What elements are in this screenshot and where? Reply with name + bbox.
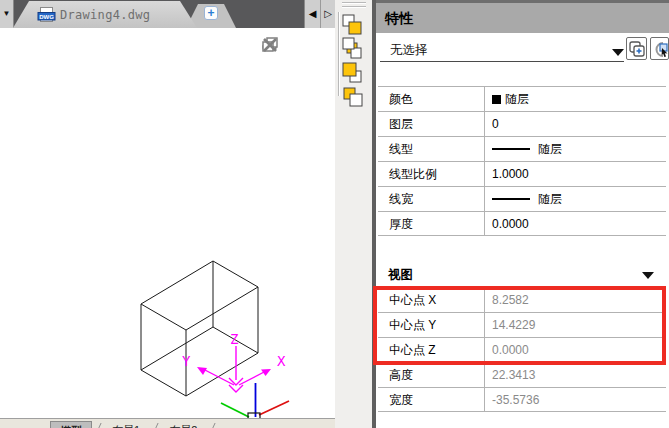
tab-scroll-right-icon[interactable]: ▷ [320,0,335,28]
property-row-width: 宽度 -35.5736 [378,387,666,412]
toolbar-grip[interactable] [342,2,366,4]
axis-label-y: Y [182,353,191,369]
property-label[interactable]: 高度 [378,363,485,387]
property-row-color: 颜色 随层 [378,86,666,111]
view-section-header[interactable]: 视图 [378,264,666,286]
drawing-window: ▼ DWG Drawing4.dwg + ◀ ▷ [0,0,335,428]
property-value[interactable]: 22.3413 [485,363,666,387]
properties-palette: 特性 无选择 颜色 随层 图层 0 [372,0,669,428]
layout-tab-bar: ◀ ◀ ▶ ▶ 模型 布局1 布局2 [0,418,335,428]
property-value-text: 1.0000 [492,162,529,186]
document-tab[interactable]: DWG Drawing4.dwg [13,1,197,28]
color-swatch-icon [492,95,501,104]
dropdown-arrow-icon[interactable] [612,49,624,56]
toolbar-grip-vertical[interactable] [338,12,340,96]
palette-edge[interactable] [372,0,376,428]
layout-tab-divider [151,423,159,428]
property-value-text: 随层 [538,187,562,211]
layout-tab-layout1[interactable]: 布局1 [103,421,149,428]
property-label[interactable]: 中心点 Y [378,313,485,337]
plus-icon: + [204,6,218,20]
property-value[interactable]: 0 [485,112,666,136]
property-label[interactable]: 宽度 [378,388,485,411]
view-section-title: 视图 [378,264,666,286]
property-label[interactable]: 线宽 [378,187,485,211]
file-tab-bar: ▼ DWG Drawing4.dwg + ◀ ▷ [0,0,335,28]
linetype-line-icon [492,148,530,150]
property-row-center-x: 中心点 X 8.2582 [378,287,666,312]
property-row-center-z: 中心点 Z 0.0000 [378,337,666,362]
view-properties-section: 中心点 X 8.2582 中心点 Y 14.4229 中心点 Z 0.0000 … [378,287,666,412]
property-label[interactable]: 厚度 [378,212,485,235]
property-label[interactable]: 线型 [378,137,485,161]
layout-nav-buttons: ◀ ◀ ▶ ▶ [2,422,50,428]
property-label[interactable]: 中心点 X [378,288,485,312]
property-value[interactable]: 随层 [485,87,666,111]
ucs-preview-axes [203,346,266,392]
layout-nav-prev-icon[interactable]: ◀ [14,422,26,428]
document-tab-label: Drawing4.dwg [60,8,150,22]
send-to-back-icon[interactable] [341,37,365,60]
bring-to-front-icon[interactable] [341,13,365,36]
property-value[interactable]: 随层 [485,187,666,211]
property-value-text: 0 [492,112,499,136]
property-value[interactable]: 1.0000 [485,162,666,186]
layout-nav-last-icon[interactable]: ▶ [38,422,50,428]
quick-select-button[interactable] [626,37,647,60]
tab-scroll-buttons: ◀ ▷ [304,0,335,28]
toolbar-grip[interactable] [342,6,366,8]
property-value[interactable]: 14.4229 [485,313,666,337]
tab-list-dropdown-icon[interactable]: ▼ [0,0,14,28]
wireframe-drawing: Z Y X [0,28,335,418]
wireframe-box [141,261,258,396]
property-row-linetype: 线型 随层 [378,136,666,161]
property-label[interactable]: 线型比例 [378,162,485,186]
axis-label-z: Z [230,331,238,347]
collapse-section-icon[interactable] [642,272,654,279]
general-properties-section: 颜色 随层 图层 0 线型 随层 线型比例 1.0000 线 [378,86,666,236]
layout-tab-layout2[interactable]: 布局2 [160,421,206,428]
property-row-lineweight: 线宽 随层 [378,186,666,211]
quick-select-icon [628,39,647,60]
property-label[interactable]: 图层 [378,112,485,136]
model-space-canvas[interactable]: Z Y X [0,28,335,418]
bring-above-objects-icon[interactable] [341,61,365,84]
property-row-height: 高度 22.3413 [378,362,666,387]
property-value[interactable]: 随层 [485,137,666,161]
property-label[interactable]: 颜色 [378,87,485,111]
dwg-icon-label: DWG [39,13,54,19]
tab-scroll-left-icon[interactable]: ◀ [305,0,320,28]
property-row-linetype-scale: 线型比例 1.0000 [378,161,666,186]
selection-dropdown-underline [380,61,624,62]
property-row-center-y: 中心点 Y 14.4229 [378,312,666,337]
property-value[interactable]: -35.5736 [485,388,666,411]
property-row-layer: 图层 0 [378,111,666,136]
palette-title[interactable]: 特性 [376,3,669,33]
layout-nav-first-icon[interactable]: ◀ [2,422,14,428]
property-value-text: 0.0000 [492,212,529,236]
send-under-objects-icon[interactable] [341,85,365,108]
lineweight-line-icon [492,198,530,200]
layout-tab-model[interactable]: 模型 [50,421,92,428]
layout-tab-divider [93,423,101,428]
property-value[interactable]: 0.0000 [485,338,666,362]
ucs-icon [221,383,289,418]
dwg-file-icon: DWG [37,7,56,23]
selection-dropdown[interactable]: 无选择 [390,42,428,59]
property-value[interactable]: 8.2582 [485,288,666,312]
property-value-text: 随层 [538,137,562,161]
property-row-thickness: 厚度 0.0000 [378,211,666,236]
close-icon[interactable] [260,36,280,54]
property-value-text: 随层 [505,87,529,111]
layout-tab-divider [208,423,216,428]
axis-label-x: X [277,353,286,369]
property-value[interactable]: 0.0000 [485,212,666,235]
select-objects-icon [652,39,669,60]
layout-nav-next-icon[interactable]: ▶ [26,422,38,428]
draworder-toolbar [335,0,372,428]
select-objects-button[interactable] [650,37,669,60]
property-label[interactable]: 中心点 Z [378,338,485,362]
